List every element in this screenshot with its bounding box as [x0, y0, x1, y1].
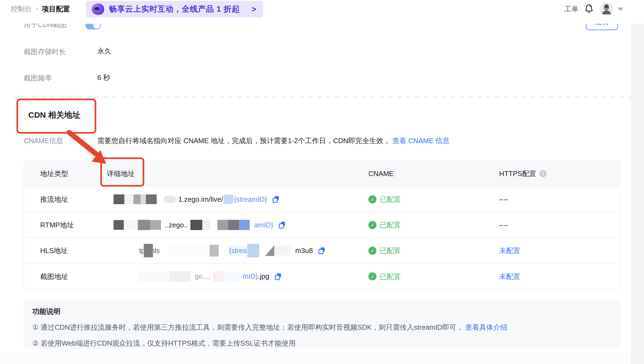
https-configure-link[interactable]: 未配置 — [499, 246, 520, 255]
row-detail: 1.zego.im/live/ {streamID} — [114, 194, 280, 204]
cname-status: ✓ 已配置 — [368, 246, 401, 255]
topbar: 控制台 › 项目配置 畅享云上实时互动，全线产品 1 折起 > 工单 — [0, 0, 644, 24]
avatar[interactable] — [600, 2, 613, 16]
notes-title: 功能说明 — [32, 307, 612, 316]
arrow-right-icon: > — [251, 5, 256, 14]
url-stream-id: amID} — [254, 221, 273, 229]
https-status: –– — [499, 195, 509, 204]
row-detail: tp://hls {strea m3u8 — [139, 244, 326, 257]
breadcrumb-root[interactable]: 控制台 — [11, 4, 32, 14]
row-detail: ..zego.. amID} — [114, 220, 286, 230]
view-details-link[interactable]: 查看具体介绍 — [465, 323, 507, 331]
row-detail: go..., mID} .jpg — [137, 271, 282, 282]
mascot-icon — [92, 4, 104, 15]
feature-notes: 功能说明 ① 通过CDN进行推拉流服务时，若使用第三方推拉流工具，则需要传入完整… — [24, 300, 621, 349]
check-circle-icon: ✓ — [368, 221, 376, 229]
copy-icon[interactable] — [318, 247, 326, 255]
row-type: 推流地址 — [40, 195, 68, 204]
cname-status: ✓ 已配置 — [368, 195, 401, 204]
copy-icon[interactable] — [274, 272, 282, 281]
cname-info-label: CNAME信息 — [24, 136, 63, 146]
table-row: 推流地址 1.zego.im/live/ {streamID} ✓ 已配置 –– — [24, 187, 621, 212]
note-line-2: ② 若使用Web端进行CDN观众拉流，仅支持HTTPS格式，需要上传SSL证书才… — [32, 339, 612, 348]
url-fragment-end: m3u8 — [295, 247, 313, 255]
header-address-type: 地址类型 — [40, 169, 68, 178]
content-bottom-edge — [0, 354, 631, 364]
cname-status-text: 已配置 — [380, 220, 401, 230]
url-stream-id: mID} — [243, 272, 258, 281]
chevron-right-icon: › — [36, 4, 38, 13]
table-row: RTMP地址 ..zego.. amID} ✓ 已配置 — [24, 212, 621, 238]
snapshot-storage-value: 永久 — [97, 46, 111, 56]
project-config-page: 用于CDN截图 编辑 控制台 › 项目配置 畅享云上实时互动，全线产品 1 折起… — [0, 0, 644, 364]
url-fragment: go..., — [195, 272, 210, 281]
info-icon[interactable]: ! — [539, 170, 547, 177]
table-row: 截图地址 go..., mID} .jpg ✓ 已配置 未配置 — [24, 264, 621, 289]
row-type: 截图地址 — [40, 272, 68, 281]
url-stream-id: {streamID} — [234, 195, 267, 204]
cname-status: ✓ 已配置 — [368, 220, 401, 230]
snapshot-frequency-value: 6 秒 — [97, 73, 110, 82]
cname-info-desc: 需要您自行将域名指向对应 CNAME 地址，完成后，预计需要1-2个工作日，CD… — [97, 136, 450, 146]
breadcrumb: 控制台 › 项目配置 — [11, 0, 70, 18]
note-line-1: ① 通过CDN进行推拉流服务时，若使用第三方推拉流工具，则需要传入完整地址；若使… — [32, 323, 612, 332]
table-row: HLS地址 tp://hls {strea m3u8 ✓ 已配置 未配置 — [24, 238, 621, 264]
copy-icon[interactable] — [272, 195, 280, 203]
snapshot-frequency-label: 截图频率 — [24, 73, 52, 83]
https-status: –– — [499, 221, 509, 229]
snapshot-storage-label: 截图存储时长 — [24, 47, 66, 56]
view-cname-link[interactable]: 查看 CNAME 信息 — [392, 137, 449, 145]
ticket-link[interactable]: 工单 — [564, 0, 578, 18]
cname-status-text: 已配置 — [380, 195, 401, 204]
https-configure-link[interactable]: 未配置 — [499, 272, 520, 281]
check-circle-icon: ✓ — [368, 195, 376, 203]
note-line-1-text: ① 通过CDN进行推拉流服务时，若使用第三方推拉流工具，则需要传入完整地址；若使… — [32, 323, 463, 331]
header-https: HTTPS配置 ! — [499, 169, 547, 178]
check-circle-icon: ✓ — [368, 247, 376, 255]
breadcrumb-current: 项目配置 — [42, 4, 70, 14]
scrollbar-gutter[interactable] — [631, 24, 644, 364]
url-fragment: ..zego.. — [165, 221, 188, 229]
cname-status-text: 已配置 — [380, 246, 401, 255]
cname-status-text: 已配置 — [380, 272, 401, 281]
chevron-down-icon[interactable] — [618, 8, 624, 11]
row-type: RTMP地址 — [40, 220, 74, 230]
row-type: HLS地址 — [40, 246, 68, 255]
promo-banner[interactable]: 畅享云上实时互动，全线产品 1 折起 > — [86, 1, 263, 18]
cname-desc-text: 需要您自行将域名指向对应 CNAME 地址，完成后，预计需要1-2个工作日，CD… — [97, 137, 390, 145]
url-fragment: 1.zego.im/live/ — [178, 195, 223, 204]
cname-status: ✓ 已配置 — [368, 272, 401, 281]
promo-banner-text: 畅享云上实时互动，全线产品 1 折起 — [109, 4, 240, 15]
copy-icon[interactable] — [278, 221, 286, 229]
url-fragment-end: .jpg — [258, 272, 269, 281]
annotation-box-section-title — [16, 99, 96, 134]
check-circle-icon: ✓ — [368, 272, 376, 281]
notification-bell-icon[interactable] — [583, 3, 595, 15]
annotation-arrow — [66, 130, 114, 168]
dashed-divider — [14, 97, 631, 97]
header-cname: CNAME — [368, 170, 394, 178]
url-stream-id: {strea — [228, 245, 248, 256]
